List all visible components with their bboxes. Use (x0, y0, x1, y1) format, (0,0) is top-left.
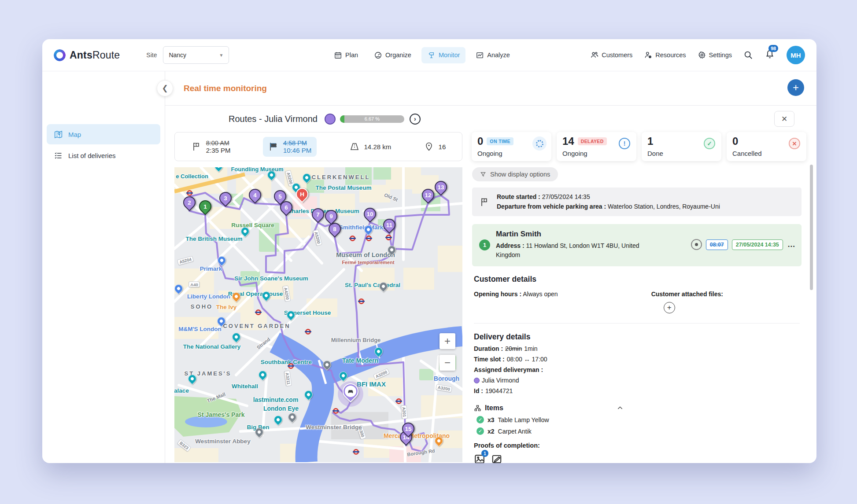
item-qty: x3 (488, 416, 495, 423)
notifications-button[interactable]: 98 (765, 49, 775, 61)
done-count: 1 (647, 136, 653, 147)
map-label: lastminute.com (253, 396, 299, 403)
scrollbar-thumb[interactable] (810, 165, 813, 290)
items-header[interactable]: Items (474, 404, 624, 412)
signature-icon (491, 453, 502, 463)
end-time-planned: 4:58 PM (283, 140, 311, 147)
cancelled-count: 0 (732, 136, 738, 147)
item-name: Table Lamp Yellow (498, 416, 549, 423)
sidebar-item-deliveries[interactable]: List of deliveries (47, 145, 160, 166)
proof-signature-button[interactable] (491, 453, 502, 463)
stop-card[interactable]: 1 Martin Smith Address : 11 Howland St, … (472, 224, 802, 266)
show-display-options-label: Show display options (490, 171, 550, 178)
tab-analyze[interactable]: Analyze (470, 47, 516, 63)
map-label: Southbank Centre (261, 359, 312, 365)
delivery-details-heading: Delivery details (474, 332, 800, 342)
map-label: e Collection (176, 173, 208, 180)
transit-station-icon (255, 309, 261, 315)
sidebar-item-map-label: Map (68, 131, 81, 138)
delayed-count: 14 (562, 136, 574, 147)
start-time-planned: 8:00 AM (206, 140, 231, 147)
start-flag-icon (191, 141, 202, 152)
back-button[interactable]: ❮ (157, 80, 173, 96)
add-button[interactable]: + (787, 79, 804, 96)
customer-details-heading: Customer details (474, 275, 800, 284)
transit-station-icon (305, 329, 311, 335)
route-progress-bar: 6.67 % (340, 115, 404, 123)
item-check-icon: ✓ (477, 416, 484, 423)
map-icon (54, 130, 63, 139)
stop-menu-button[interactable]: ... (788, 240, 795, 249)
ontime-count: 0 (477, 136, 483, 147)
next-route-button[interactable]: › (410, 114, 421, 125)
antsroute-logo-icon (54, 49, 66, 61)
app-window: AntsRoute Site Nancy ▼ Plan Organize Mon… (42, 39, 816, 463)
map-label: Sir John Soane's Museum (234, 275, 308, 282)
calendar-icon (334, 51, 342, 59)
map-canvas[interactable]: + − e CollectionFoundling MuseumCLERKENW… (174, 167, 462, 462)
transit-station-icon (187, 190, 192, 196)
content-row: + − e CollectionFoundling MuseumCLERKENW… (165, 167, 816, 463)
close-panel-button[interactable]: ✕ (774, 111, 794, 127)
spinner-icon (532, 136, 547, 151)
body-row: Map List of deliveries ❮ Real time monit… (42, 71, 816, 463)
add-file-button[interactable]: + (664, 302, 675, 313)
avatar[interactable]: MH (787, 46, 805, 64)
planned-time-badge: 08:07 (706, 239, 728, 250)
nav-customers[interactable]: Customers (590, 51, 632, 59)
timeslot-line: Time slot : 08:00 ↔ 17:00 (474, 356, 800, 363)
map-label: Museum of London (336, 251, 395, 258)
site-label: Site (146, 52, 157, 59)
page-title: Real time monitoring (184, 84, 267, 93)
departure-label: Departure from vehicle parking area : (497, 203, 606, 210)
customer-name: Martin Smith (496, 230, 641, 239)
proof-photo-button[interactable]: 1 (474, 453, 485, 463)
transit-station-icon (288, 363, 294, 369)
photo-count-badge: 1 (481, 450, 488, 457)
sidebar-item-deliveries-label: List of deliveries (68, 152, 116, 159)
show-display-options-button[interactable]: Show display options (472, 167, 558, 181)
tab-monitor[interactable]: Monitor (421, 47, 465, 63)
stat-distance: 14.28 km (349, 141, 392, 152)
notification-count-badge: 98 (768, 45, 778, 52)
brand-name: AntsRoute (70, 49, 120, 61)
map-label: alace (174, 387, 189, 394)
chevron-down-icon: ▼ (219, 53, 224, 58)
details-panel: Show display options Route started : 27/… (472, 167, 802, 463)
nav-settings-label: Settings (709, 52, 732, 59)
desktop: { "app": { "brand_bold": "Ants", "brand_… (0, 0, 857, 504)
map-label: Millennium Bridge (331, 337, 381, 343)
route-started-value: 27/05/2024 14:35 (542, 193, 590, 200)
map-label: St. Paul's Cathedral (345, 282, 400, 288)
departure-value: Waterloo Station, Londres, Royaume-Uni (608, 203, 720, 210)
search-button[interactable] (743, 50, 753, 60)
site-select[interactable]: Nancy ▼ (163, 46, 229, 64)
map-label: M&M'S London (178, 326, 222, 332)
map-label: Westminster Abbey (195, 438, 250, 445)
map-label: Fermé temporairement (342, 260, 394, 265)
route-stats-card: 8:00 AM 2:35 PM 4:58 PM 10:46 PM 14.28 k… (174, 132, 462, 161)
map-zoom-in-button[interactable]: + (440, 333, 455, 349)
transit-station-icon (386, 235, 392, 240)
routes-title: Routes - Julia Virmond (229, 114, 318, 124)
map-label: Russell Square (231, 222, 274, 228)
brand-logo[interactable]: AntsRoute (54, 49, 120, 61)
opening-hours: Opening hours : Always open (474, 291, 558, 313)
target-icon (691, 239, 702, 250)
filter-icon (480, 171, 486, 177)
item-name: Carpet Antik (498, 428, 532, 435)
status-card-ontime: 0 ON TIME Ongoing (472, 132, 551, 161)
sidebar-item-map[interactable]: Map (47, 124, 160, 144)
map-zoom-out-button[interactable]: − (440, 355, 455, 371)
tab-plan[interactable]: Plan (328, 47, 364, 63)
cancel-icon: ✕ (789, 138, 800, 149)
search-icon (743, 50, 753, 60)
map-label: The Ivy (216, 304, 237, 310)
nav-settings[interactable]: Settings (698, 51, 732, 59)
status-cards: 0 ON TIME Ongoing 14 DELAYED Ongoing ! (472, 132, 806, 161)
site-select-value: Nancy (169, 52, 186, 59)
delivery-id-line: Id : 19044721 (474, 387, 800, 394)
tab-organize[interactable]: Organize (368, 47, 417, 63)
nav-resources[interactable]: Resources (644, 51, 686, 59)
chevron-up-icon[interactable] (617, 405, 624, 412)
